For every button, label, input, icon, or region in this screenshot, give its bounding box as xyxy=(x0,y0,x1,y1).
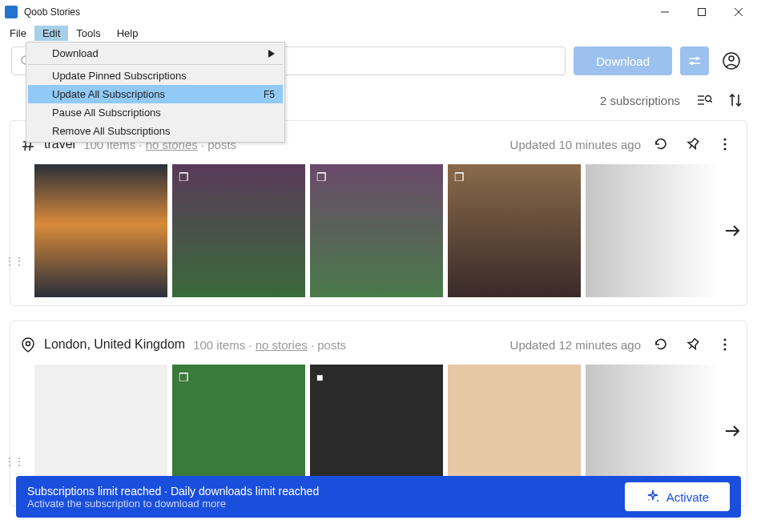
menu-download[interactable]: Download xyxy=(28,44,283,62)
download-button-label: Download xyxy=(596,54,650,68)
refresh-icon xyxy=(654,137,668,151)
refresh-icon xyxy=(654,337,668,352)
svg-point-26 xyxy=(723,143,726,145)
feed-updated: Updated 12 minutes ago xyxy=(510,338,641,352)
feed-title[interactable]: London, United Kingdom xyxy=(44,337,185,352)
search-subscriptions-button[interactable] xyxy=(696,92,712,108)
refresh-button[interactable] xyxy=(649,332,673,357)
refresh-button[interactable] xyxy=(649,132,673,156)
svg-point-10 xyxy=(691,62,694,65)
menu-pause-all[interactable]: Pause All Subscriptions xyxy=(28,103,283,122)
activate-button[interactable]: Activate xyxy=(625,482,730,511)
user-icon xyxy=(723,52,740,70)
more-vertical-icon xyxy=(723,137,727,151)
activate-label: Activate xyxy=(666,490,709,504)
banner-title: Subscriptions limit reached · Daily down… xyxy=(27,485,319,498)
menubar: File Edit Tools Help xyxy=(0,24,757,42)
menu-separator xyxy=(28,64,283,65)
thumbnail[interactable] xyxy=(34,164,167,297)
menu-update-pinned-label: Update Pinned Subscriptions xyxy=(52,70,187,82)
maximize-button[interactable] xyxy=(683,0,720,24)
account-button[interactable] xyxy=(717,46,746,75)
scroll-right-button[interactable] xyxy=(723,419,741,443)
pin-button[interactable] xyxy=(681,132,705,156)
sort-icon xyxy=(728,92,743,108)
arrow-right-icon xyxy=(723,222,741,240)
download-button[interactable]: Download xyxy=(574,46,672,75)
svg-point-25 xyxy=(723,138,726,140)
menu-update-all[interactable]: Update All Subscriptions F5 xyxy=(28,85,283,103)
sliders-icon xyxy=(687,54,702,68)
menu-file[interactable]: File xyxy=(2,26,34,41)
video-icon: ■ xyxy=(316,371,323,384)
menu-download-label: Download xyxy=(52,47,99,59)
carousel-icon: ❐ xyxy=(316,171,327,183)
thumbnail[interactable]: ❐ xyxy=(448,164,581,297)
pin-icon xyxy=(686,337,700,352)
thumbnails-row: ❐ ❐ ❐ xyxy=(10,164,747,297)
thumbnail[interactable]: ❐ xyxy=(310,164,443,297)
svg-rect-1 xyxy=(699,9,706,16)
location-icon xyxy=(20,337,36,353)
menu-update-pinned[interactable]: Update Pinned Subscriptions xyxy=(28,66,283,85)
svg-point-8 xyxy=(695,57,699,60)
no-stories-link[interactable]: no stories xyxy=(256,338,308,352)
svg-line-17 xyxy=(711,101,713,103)
arrow-right-icon xyxy=(723,422,741,440)
subscriptions-count: 2 subscriptions xyxy=(600,94,680,107)
app-icon xyxy=(5,6,18,18)
svg-point-35 xyxy=(657,500,658,502)
menu-update-all-label: Update All Subscriptions xyxy=(52,88,165,100)
svg-line-24 xyxy=(690,146,692,149)
window-title: Qoob Stories xyxy=(24,6,80,18)
scroll-right-button[interactable] xyxy=(723,219,741,243)
edit-dropdown: Download Update Pinned Subscriptions Upd… xyxy=(26,42,285,143)
feed-updated: Updated 10 minutes ago xyxy=(510,138,641,151)
svg-point-29 xyxy=(26,342,30,346)
menu-update-all-shortcut: F5 xyxy=(264,89,275,100)
carousel-icon: ❐ xyxy=(454,171,465,183)
svg-point-33 xyxy=(723,348,726,350)
svg-point-31 xyxy=(723,338,726,341)
pin-icon xyxy=(686,137,700,151)
pin-button[interactable] xyxy=(681,332,705,357)
more-button[interactable] xyxy=(713,332,737,357)
sparkle-icon xyxy=(646,490,660,504)
svg-point-16 xyxy=(706,96,711,102)
menu-edit[interactable]: Edit xyxy=(34,26,68,41)
menu-remove-all-label: Remove All Subscriptions xyxy=(52,125,170,137)
menu-help[interactable]: Help xyxy=(109,26,147,41)
limit-banner: Subscriptions limit reached · Daily down… xyxy=(16,476,741,518)
menu-tools[interactable]: Tools xyxy=(68,26,108,41)
banner-subtitle: Activate the subscription to download mo… xyxy=(27,498,319,510)
close-button[interactable] xyxy=(720,0,757,24)
feed-meta: 100 items · no stories · posts xyxy=(193,338,346,352)
menu-remove-all[interactable]: Remove All Subscriptions xyxy=(28,122,283,140)
preferences-button[interactable] xyxy=(680,46,709,75)
feed-card: ⋮⋮ travel 100 items · no stories · posts… xyxy=(10,120,747,306)
carousel-icon: ❐ xyxy=(179,371,189,384)
more-button[interactable] xyxy=(713,132,737,156)
svg-point-32 xyxy=(723,343,726,345)
menu-pause-all-label: Pause All Subscriptions xyxy=(52,107,161,119)
svg-point-12 xyxy=(729,56,734,61)
thumbnail[interactable] xyxy=(586,164,719,297)
svg-point-36 xyxy=(648,499,650,501)
sort-button[interactable] xyxy=(728,92,743,108)
feed-header: London, United Kingdom 100 items · no st… xyxy=(10,321,747,365)
more-vertical-icon xyxy=(723,337,727,352)
search-list-icon xyxy=(696,92,712,108)
thumbnail[interactable]: ❐ xyxy=(172,164,305,297)
carousel-icon: ❐ xyxy=(179,171,189,183)
svg-line-30 xyxy=(690,346,692,349)
svg-marker-4 xyxy=(268,50,275,58)
minimize-button[interactable] xyxy=(646,0,683,24)
titlebar: Qoob Stories xyxy=(0,0,757,24)
submenu-arrow-icon xyxy=(268,50,275,58)
svg-point-27 xyxy=(723,147,726,150)
